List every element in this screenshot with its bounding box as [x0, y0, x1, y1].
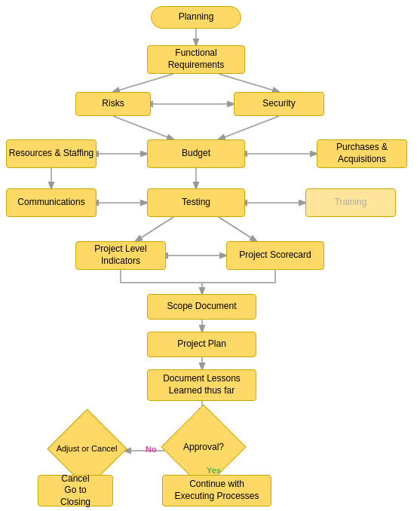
communications-node[interactable]: Communications	[6, 188, 97, 217]
adjust-cancel-diamond[interactable]: Adjust or Cancel	[53, 418, 121, 479]
project-plan-node[interactable]: Project Plan	[147, 332, 256, 357]
approval-diamond[interactable]: Approval?	[170, 413, 238, 481]
resources-staffing-node[interactable]: Resources & Staffing	[6, 139, 97, 168]
svg-line-2	[219, 74, 279, 92]
security-node[interactable]: Security	[234, 92, 324, 116]
continue-executing-node[interactable]: Continue withExecuting Processes	[162, 475, 271, 506]
project-scorecard-node[interactable]: Project Scorecard	[226, 241, 324, 270]
flowchart: Planning FunctionalRequirements Risks Se…	[0, 0, 420, 511]
scope-document-node[interactable]: Scope Document	[147, 294, 256, 320]
project-level-indicators-node[interactable]: Project LevelIndicators	[75, 241, 166, 270]
svg-line-5	[219, 116, 279, 139]
svg-line-4	[113, 116, 173, 139]
planning-node[interactable]: Planning	[151, 6, 241, 29]
testing-node[interactable]: Testing	[147, 188, 245, 217]
svg-line-12	[136, 217, 173, 241]
training-node[interactable]: Training	[305, 188, 396, 217]
svg-line-1	[113, 74, 173, 92]
document-lessons-node[interactable]: Document LessonsLearned thus far	[147, 369, 256, 401]
risks-node[interactable]: Risks	[75, 92, 151, 116]
cancel-closing-node[interactable]: CancelGo toClosing	[38, 475, 113, 506]
functional-requirements-node[interactable]: FunctionalRequirements	[147, 45, 245, 74]
svg-line-13	[219, 217, 256, 241]
yes-label: Yes	[207, 466, 221, 475]
budget-node[interactable]: Budget	[147, 139, 245, 168]
purchases-acquisitions-node[interactable]: Purchases &Acquisitions	[317, 139, 407, 168]
no-label: No	[146, 445, 157, 454]
